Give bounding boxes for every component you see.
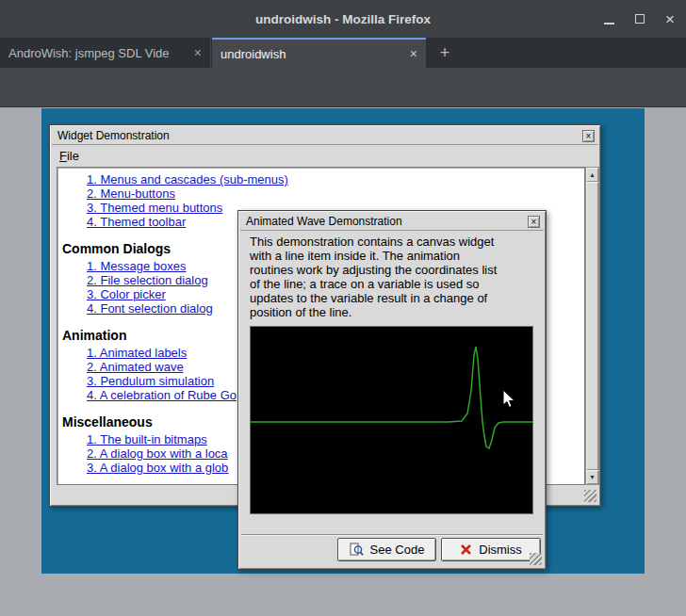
see-code-label: See Code xyxy=(370,543,425,557)
window-titlebar[interactable]: undroidwish - Mozilla Firefox × xyxy=(0,0,686,38)
demo-link[interactable]: 2. File selection dialog xyxy=(87,273,208,287)
demo-link[interactable]: 1. Animated labels xyxy=(87,346,187,360)
demo-link[interactable]: 2. Menu-buttons xyxy=(87,186,175,201)
demo-link[interactable]: 2. A dialog box with a loca xyxy=(87,446,228,461)
resize-grip[interactable] xyxy=(584,490,596,502)
demo-link[interactable]: 1. Menus and cascades (sub-menus) xyxy=(87,172,288,186)
demo-link[interactable]: 4. A celebration of Rube Go xyxy=(87,388,237,402)
wave-dialog-title: Animated Wave Demonstration xyxy=(246,215,402,228)
red-x-icon xyxy=(460,543,472,556)
tab-close-icon[interactable]: × xyxy=(194,45,202,60)
window-close-button[interactable]: × xyxy=(665,11,675,27)
tab-label: AndroWish: jsmpeg SDL Vide xyxy=(8,46,187,60)
window-title: undroidwish - Mozilla Firefox xyxy=(255,12,431,26)
window-controls: × xyxy=(604,0,675,38)
wave-dialog-close-button[interactable]: × xyxy=(528,216,540,228)
scrollbar-thumb[interactable] xyxy=(586,182,598,470)
wave-canvas xyxy=(250,326,533,514)
see-code-button[interactable]: See Code xyxy=(337,538,436,561)
widget-demo-close-button[interactable]: × xyxy=(582,130,595,142)
page-background: Widget Demonstration × File 1. Menus and… xyxy=(0,107,686,616)
navigation-bar: ← → ↻ i localhost:8080 ••• ☆ » xyxy=(0,68,686,107)
scroll-up-button[interactable]: ▲ xyxy=(586,168,598,182)
resize-grip[interactable] xyxy=(530,553,542,565)
minimize-button[interactable] xyxy=(604,14,614,24)
sdl-surface: Widget Demonstration × File 1. Menus and… xyxy=(41,108,645,574)
wave-line xyxy=(251,327,533,514)
new-tab-button[interactable]: + xyxy=(430,38,460,68)
dismiss-label: Dismiss xyxy=(479,543,522,557)
demo-link[interactable]: 3. A dialog box with a glob xyxy=(87,461,228,475)
demo-link[interactable]: 1. Message boxes xyxy=(87,259,187,273)
vertical-scrollbar[interactable]: ▲ ▼ xyxy=(585,167,599,485)
demo-link[interactable]: 3. Themed menu buttons xyxy=(87,201,222,215)
tab-close-icon[interactable]: × xyxy=(410,46,417,61)
tab-bar: AndroWish: jsmpeg SDL Vide × undroidwish… xyxy=(0,38,686,68)
menu-bar: File xyxy=(52,146,598,166)
wave-dialog-titlebar[interactable]: Animated Wave Demonstration × xyxy=(240,213,544,231)
tab-undroidwish[interactable]: undroidwish × xyxy=(212,38,426,68)
button-separator xyxy=(241,534,543,536)
demo-link[interactable]: 4. Themed toolbar xyxy=(87,215,186,229)
tab-label: undroidwish xyxy=(220,47,402,61)
demo-link[interactable]: 3. Color picker xyxy=(87,287,166,301)
animated-wave-dialog: Animated Wave Demonstration × This demon… xyxy=(237,210,547,570)
wave-description: This demonstration contains a canvas wid… xyxy=(250,235,540,319)
file-menu[interactable]: File xyxy=(52,149,87,163)
widget-demo-title: Widget Demonstration xyxy=(57,129,170,142)
demo-link[interactable]: 3. Pendulum simulation xyxy=(87,374,214,388)
demo-link[interactable]: 2. Animated wave xyxy=(87,360,184,374)
firefox-window: undroidwish - Mozilla Firefox × AndroWis… xyxy=(0,0,686,616)
scroll-down-button[interactable]: ▼ xyxy=(586,470,598,484)
maximize-button[interactable] xyxy=(635,14,645,24)
mouse-cursor xyxy=(502,389,515,409)
dismiss-button[interactable]: Dismiss xyxy=(441,538,541,561)
widget-demo-titlebar[interactable]: Widget Demonstration × xyxy=(52,127,598,145)
demo-link[interactable]: 4. Font selection dialog xyxy=(87,301,213,316)
magnifier-icon xyxy=(350,543,364,557)
demo-link[interactable]: 1. The built-in bitmaps xyxy=(87,432,207,446)
tab-androwish[interactable]: AndroWish: jsmpeg SDL Vide × xyxy=(0,38,211,68)
